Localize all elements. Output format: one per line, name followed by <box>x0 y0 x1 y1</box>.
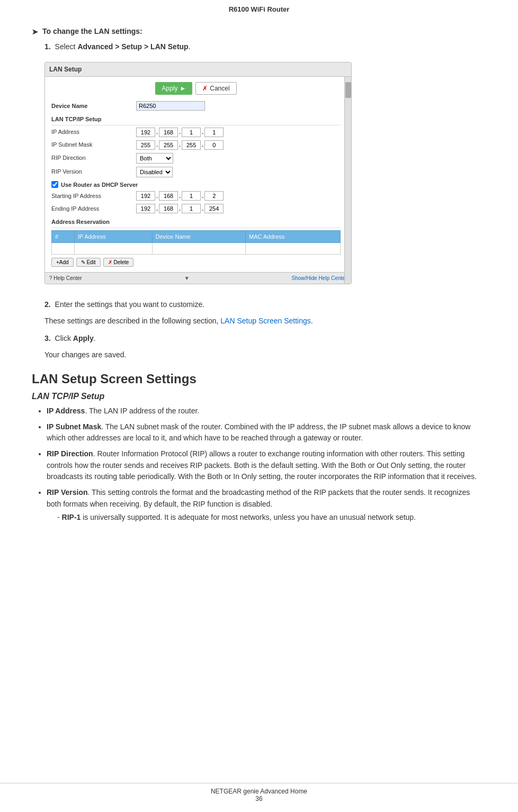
table-col-mac: MAC Address <box>246 230 341 243</box>
device-name-input[interactable] <box>136 101 205 111</box>
ending-dot-3: . <box>202 204 203 213</box>
help-center-text: Help Center <box>53 275 82 281</box>
dhcp-checkbox-row: Use Router as DHCP Server <box>51 181 341 190</box>
ip-octet-3[interactable] <box>182 128 201 137</box>
rip1-term: RIP-1 <box>62 513 81 521</box>
subnet-mask-row: IP Subnet Mask . . . <box>51 140 341 150</box>
starting-ip-octet-1[interactable] <box>136 191 155 201</box>
lan-setup-link[interactable]: LAN Setup Screen Settings <box>220 317 310 325</box>
step-1-text-before: Select <box>55 42 78 51</box>
subnet-mask-inputs: . . . <box>136 140 341 150</box>
table-cell-empty-hash <box>52 243 75 255</box>
scroll-indicator: ▼ <box>184 274 190 282</box>
page-footer: NETGEAR genie Advanced Home 36 <box>0 783 518 802</box>
subnet-octet-4[interactable] <box>204 140 224 150</box>
device-name-row: Device Name <box>51 101 341 111</box>
show-hide-label: Show/Hide Help Center <box>291 275 347 281</box>
page-number: 36 <box>0 795 518 802</box>
table-row <box>52 243 341 255</box>
scrollbar[interactable] <box>344 77 351 284</box>
dhcp-label: Use Router as DHCP Server <box>61 181 138 190</box>
lan-setup-heading: LAN Setup Screen Settings <box>32 372 486 386</box>
ending-ip-octet-4[interactable] <box>204 204 224 213</box>
subnet-octet-3[interactable] <box>182 140 201 150</box>
starting-ip-octet-2[interactable] <box>159 191 178 201</box>
step-2-text: Enter the settings that you want to cust… <box>55 300 204 309</box>
table-col-ip: IP Address <box>74 230 152 243</box>
step-3-text-after: . <box>94 334 96 342</box>
question-icon: ? <box>49 275 52 281</box>
step-2-cont-before: These settings are described in the foll… <box>44 317 220 325</box>
ip-address-inputs: . . . <box>136 128 341 137</box>
action-buttons-row: Apply ► ✗ Cancel <box>51 82 341 95</box>
delete-icon: ✗ <box>108 259 112 265</box>
arrow-heading: To change the LAN settings: <box>42 27 142 35</box>
subnet-octet-2[interactable] <box>159 140 178 150</box>
ip-subnet-def: . The LAN subnet mask of the router. Com… <box>47 422 470 443</box>
ending-ip-octet-3[interactable] <box>182 204 201 213</box>
show-hide-help-link[interactable]: Show/Hide Help Center <box>291 274 347 282</box>
rip-direction-value-container: Both Out Only In Only None <box>136 153 341 164</box>
table-cell-empty-device <box>152 243 245 255</box>
ending-dot-1: . <box>156 204 158 213</box>
step-1-bold: Advanced > Setup > LAN Setup <box>77 42 188 51</box>
step-2: 2. Enter the settings that you want to c… <box>44 299 486 310</box>
ending-ip-inputs: . . . <box>136 204 341 213</box>
lan-tcpip-section-label: LAN TCP/IP Setup <box>51 115 341 125</box>
subnet-dot-3: . <box>202 140 203 149</box>
ending-ip-octet-2[interactable] <box>159 204 178 213</box>
edit-button[interactable]: ✎ Edit <box>76 258 101 267</box>
help-center-label: ? Help Center <box>49 274 82 282</box>
starting-ip-row: Starting IP Address . . . <box>51 191 341 201</box>
add-button[interactable]: +Add <box>51 258 74 267</box>
ip-octet-2[interactable] <box>159 128 178 137</box>
page-header: R6100 WiFi Router <box>0 0 518 16</box>
starting-ip-octet-3[interactable] <box>182 191 201 201</box>
bullet-rip-direction: RIP Direction. Router Information Protoc… <box>47 448 486 483</box>
step-3-apply-bold: Apply <box>73 334 94 342</box>
step-2-cont-after: . <box>311 317 313 325</box>
cancel-button[interactable]: ✗ Cancel <box>195 82 236 95</box>
ip-dot-2: . <box>179 128 181 137</box>
rip-direction-select[interactable]: Both Out Only In Only None <box>136 153 173 164</box>
delete-button[interactable]: ✗ Delete <box>103 258 134 267</box>
ip-subnet-term: IP Subnet Mask <box>47 422 101 431</box>
rip-version-value-container: Disabled RIP-1 RIP-2 <box>136 167 341 177</box>
step-1-text-after: . <box>189 42 191 51</box>
starting-ip-label: Starting IP Address <box>51 192 136 201</box>
step-1-number: 1. <box>44 42 51 51</box>
step-1: 1. Select Advanced > Setup > LAN Setup. … <box>44 41 486 295</box>
ip-octet-4[interactable] <box>204 128 224 137</box>
rip-direction-term: RIP Direction <box>47 449 93 458</box>
rip-sub-bullets: RIP-1 is universally supported. It is ad… <box>47 512 486 524</box>
main-content: ➤ To change the LAN settings: 1. Select … <box>0 16 518 571</box>
ip-octet-1[interactable] <box>136 128 155 137</box>
steps-list-2: 3. Click Apply. <box>32 333 486 344</box>
table-col-hash: # <box>52 230 75 243</box>
rip1-def: is universally supported. It is adequate… <box>81 513 416 521</box>
rip-direction-label: RIP Direction <box>51 154 136 163</box>
bullet-ip-address: IP Address. The LAN IP address of the ro… <box>47 405 486 417</box>
page-title: R6100 WiFi Router <box>229 5 290 13</box>
ip-dot-3: . <box>202 128 203 137</box>
rip-direction-row: RIP Direction Both Out Only In Only None <box>51 153 341 164</box>
subnet-octet-1[interactable] <box>136 140 155 150</box>
lan-setup-link-text: LAN Setup Screen Settings <box>220 317 310 325</box>
step-2-number: 2. <box>44 300 51 309</box>
screenshot-title: LAN Setup <box>49 66 82 73</box>
starting-ip-octet-4[interactable] <box>204 191 224 201</box>
arrow-icon: ➤ <box>32 28 38 36</box>
ending-ip-row: Ending IP Address . . . <box>51 204 341 213</box>
ip-address-row: IP Address . . . <box>51 128 341 137</box>
rip-version-select[interactable]: Disabled RIP-1 RIP-2 <box>136 167 173 177</box>
device-name-label: Device Name <box>51 102 136 111</box>
subnet-dot-2: . <box>179 140 181 149</box>
rip-version-term: RIP Version <box>47 488 88 497</box>
add-icon: + <box>56 259 59 265</box>
apply-button[interactable]: Apply ► <box>155 82 192 95</box>
scrollbar-thumb <box>345 82 351 98</box>
starting-dot-3: . <box>202 192 203 201</box>
table-action-buttons: +Add ✎ Edit ✗ Delete <box>51 258 341 267</box>
dhcp-checkbox[interactable] <box>51 181 58 188</box>
ending-ip-octet-1[interactable] <box>136 204 155 213</box>
